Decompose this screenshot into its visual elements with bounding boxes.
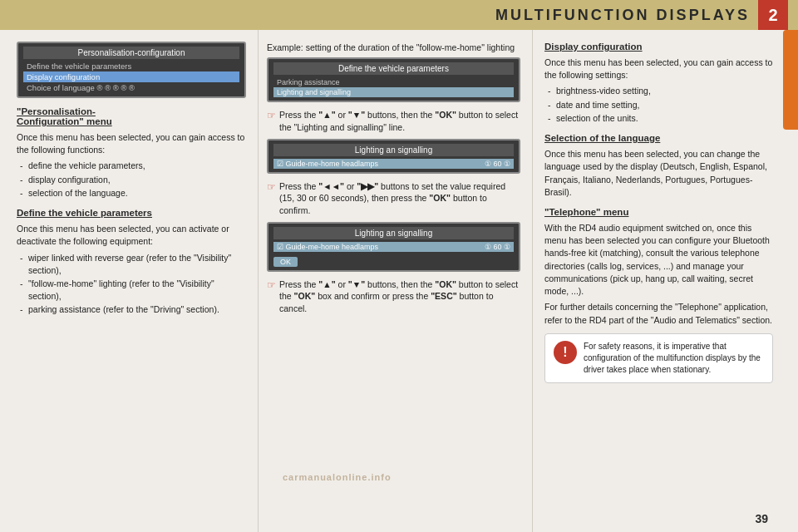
display-config-intro: Once this menu has been selected, you ca… [544,57,773,81]
mid-column: Example: setting of the duration of the … [258,30,532,532]
screen3-row1: ☑ Guide-me-home headlamps ① 60 ① [273,242,514,252]
section2-intro: Once this menu has been selected, you ca… [17,223,246,248]
language-text: Once this menu has been selected, you ca… [544,148,773,199]
page-number: 39 [755,512,768,525]
press-label: Press [279,181,302,191]
personalisation-menu-screenshot: Personalisation-configuration Define the… [17,42,246,98]
menu-item-define: Define the vehicle parameters [23,61,239,71]
screen1: Define the vehicle parameters Parking as… [267,57,520,102]
screen1-row2: Lighting and signalling [273,87,514,97]
warning-icon: ! [554,341,577,364]
section2-heading: Define the vehicle parameters [17,208,246,218]
instruction3: ☞ Press the "▲" or "▼" buttons, then the… [267,278,520,315]
display-config-item3: selection of the units. [544,112,773,125]
language-heading: Selection of the language [544,133,773,143]
display-config-heading: Display configuration [544,42,773,52]
page-header: MULTIFUNCTION DISPLAYS 2 [0,0,798,30]
screen1-row1: Parking assistance [273,77,514,87]
screen3: Lighting an signalling ☑ Guide-me-home h… [267,222,520,272]
section1-item1: define the vehicle parameters, [17,160,246,172]
screen1-title: Define the vehicle parameters [273,62,514,75]
left-column: Personalisation-configuration Define the… [0,30,258,532]
right-column: Display configuration Once this menu has… [532,30,798,532]
section-number: 2 [758,0,788,30]
screen2-title: Lighting an signalling [273,144,514,156]
example-intro: Example: setting of the duration of the … [267,42,520,54]
warning-box: ! For safety reasons, it is imperative t… [544,333,773,383]
menu-item-language: Choice of language ® ® ® ® ® [23,82,239,93]
menu-screenshot-title: Personalisation-configuration [23,47,239,59]
watermark: carmanualonline.info [283,472,392,482]
telephone-text1: With the RD4 audio equipment switched on… [544,222,773,298]
section1-heading: "Personalisation-Configuration" menu [17,106,246,126]
instruction2-arrow: ☞ [267,181,276,193]
instruction1-arrow: ☞ [267,110,276,121]
instruction2-text: Press the "◄◄" or "▶▶" buttons to set th… [279,180,520,217]
instruction1: ☞ Press the "▲" or "▼" buttons, then the… [267,109,520,133]
section1-item2: display configuration, [17,174,246,186]
ok-button-display: OK [273,257,298,267]
page-title: MULTIFUNCTION DISPLAYS [495,7,750,24]
screen3-title: Lighting an signalling [273,227,514,239]
telephone-heading: "Telephone" menu [544,207,773,217]
screen2: Lighting an signalling ☑ Guide-me-home h… [267,139,520,174]
display-config-item1: brightness-video setting, [544,85,773,97]
menu-item-display: Display configuration [23,71,239,82]
instruction3-arrow: ☞ [267,279,276,291]
section2-item1: wiper linked with reverse gear (refer to… [17,252,246,277]
display-config-item2: date and time setting, [544,99,773,111]
warning-text: For safety reasons, it is imperative tha… [584,341,764,376]
instruction2: ☞ Press the "◄◄" or "▶▶" buttons to set … [267,180,520,217]
screen2-row1: ☑ Guide-me-home headlamps ① 60 ① [273,159,514,169]
content-area: Personalisation-configuration Define the… [0,30,798,532]
section2-item3: parking assistance (refer to the "Drivin… [17,303,246,316]
section1-intro: Once this menu has been selected, you ca… [17,131,246,156]
instruction3-text: Press the "▲" or "▼" buttons, then the "… [279,278,520,315]
telephone-text2: For further details concerning the "Tele… [544,301,773,326]
section2-item2: "follow-me-home" lighting (refer to the … [17,278,246,303]
section1-item3: selection of the language. [17,187,246,200]
instruction1-text: Press the "▲" or "▼" buttons, then the "… [279,109,520,133]
